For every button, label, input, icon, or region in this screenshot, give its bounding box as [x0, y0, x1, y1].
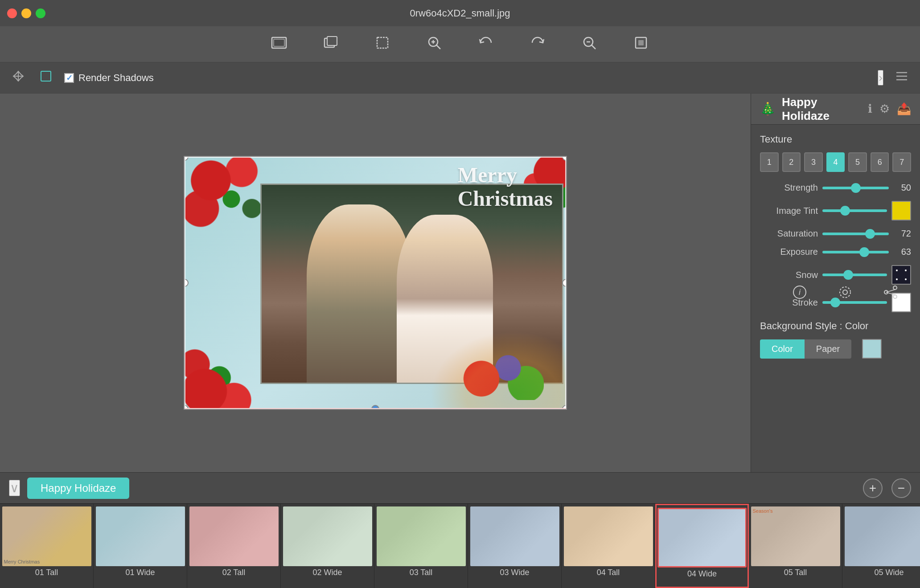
info-panel-icon[interactable]: ℹ	[868, 102, 872, 116]
thumb-02-tall[interactable]: 02 Tall	[187, 504, 281, 588]
bg-swatch[interactable]	[862, 339, 882, 359]
content-area: MerryChristmas 🎄 Happy Holidaze ℹ ⚙	[0, 94, 920, 472]
snow-label: Snow	[760, 270, 818, 280]
saturation-value: 72	[893, 229, 911, 239]
zoom-in-button[interactable]	[422, 30, 447, 59]
strength-value: 50	[893, 183, 911, 193]
image-tint-slider[interactable]	[822, 209, 887, 212]
texture-btn-6[interactable]: 6	[871, 152, 889, 172]
exposure-value: 63	[893, 247, 911, 257]
strength-slider[interactable]	[822, 187, 889, 189]
remove-template-button[interactable]: −	[891, 478, 911, 498]
canvas-wrapper: MerryChristmas	[184, 156, 567, 410]
window-title: 0rw6o4cXD2_small.jpg	[410, 8, 510, 19]
minimize-button[interactable]	[21, 8, 31, 18]
settings-panel-icon[interactable]: ⚙	[879, 102, 890, 116]
exposure-label: Exposure	[760, 247, 818, 257]
share-panel-icon[interactable]: 📤	[897, 102, 911, 116]
panel-list-toggle[interactable]	[892, 67, 911, 88]
sled-area	[430, 331, 567, 410]
handle-rm[interactable]	[562, 279, 567, 287]
fit-button[interactable]	[628, 30, 653, 59]
move-tool-button[interactable]	[9, 67, 28, 89]
main-toolbar: i	[0, 27, 920, 62]
rotate-right-button[interactable]	[525, 30, 550, 59]
thumb-01-wide[interactable]: 01 Wide	[94, 504, 187, 588]
template-title-badge: Happy Holidaze	[27, 478, 129, 499]
select-tool-button[interactable]	[37, 67, 55, 89]
exposure-slider[interactable]	[822, 251, 889, 253]
handle-bm[interactable]	[371, 405, 379, 410]
image-tint-swatch[interactable]	[891, 201, 911, 220]
crop-button[interactable]	[370, 30, 395, 59]
svg-line-11	[591, 45, 596, 49]
canvas-image[interactable]: MerryChristmas	[184, 156, 567, 410]
texture-btn-7[interactable]: 7	[892, 152, 911, 172]
background-style-section: Background Style : Color Color Paper	[760, 320, 911, 359]
image-tint-label: Image Tint	[760, 206, 818, 216]
svg-rect-3	[327, 37, 337, 45]
bg-color-button[interactable]: Color	[760, 339, 805, 359]
thumb-02-wide[interactable]: 02 Wide	[281, 504, 374, 588]
thumb-04-tall-label: 04 Tall	[597, 568, 620, 577]
svg-point-18	[893, 286, 897, 290]
thumb-01-wide-label: 01 Wide	[125, 568, 155, 577]
thumb-04-tall[interactable]: 04 Tall	[562, 504, 655, 588]
thumb-05-tall[interactable]: Season's 05 Tall	[749, 504, 842, 588]
stroke-slider[interactable]	[822, 301, 887, 304]
render-shadows-toggle[interactable]: ✓ Render Shadows	[64, 72, 154, 84]
strip-chevron-button[interactable]: ∨	[9, 480, 20, 496]
texture-buttons: 1 2 3 4 5 6 7	[760, 152, 911, 172]
thumb-03-tall[interactable]: 03 Tall	[374, 504, 468, 588]
texture-btn-4[interactable]: 4	[826, 152, 845, 172]
thumb-05-wide-label: 05 Wide	[874, 568, 904, 577]
svg-point-16	[843, 290, 847, 294]
panel-header-icon: 🎄	[760, 102, 776, 116]
saturation-thumb[interactable]	[865, 229, 875, 239]
saturation-label: Saturation	[760, 229, 818, 239]
close-button[interactable]	[7, 8, 17, 18]
texture-btn-3[interactable]: 3	[804, 152, 823, 172]
thumb-03-wide[interactable]: 03 Wide	[468, 504, 562, 588]
canvas-area: MerryChristmas	[0, 94, 751, 472]
thumb-01-tall[interactable]: Merry Christmas 01 Tall	[0, 504, 94, 588]
merry-christmas-text: MerryChristmas	[458, 163, 553, 211]
svg-point-20	[893, 295, 897, 298]
strength-thumb[interactable]	[851, 183, 861, 193]
svg-point-19	[884, 290, 888, 294]
open-file-button[interactable]	[267, 30, 292, 59]
saturation-slider[interactable]	[822, 233, 889, 235]
svg-rect-23	[41, 71, 51, 81]
handle-br[interactable]	[562, 405, 567, 410]
info-button[interactable]: i	[788, 281, 811, 307]
snow-slider[interactable]	[822, 274, 887, 276]
snow-thumb[interactable]	[843, 270, 853, 280]
render-shadows-checkbox[interactable]: ✓	[64, 73, 74, 83]
texture-section: Texture 1 2 3 4 5 6 7	[760, 134, 911, 172]
texture-label: Texture	[760, 134, 911, 145]
secondary-toolbar: ✓ Render Shadows ›	[0, 62, 920, 94]
rotate-left-button[interactable]	[473, 30, 498, 59]
stroke-thumb[interactable]	[830, 298, 840, 307]
zoom-out-button[interactable]	[577, 30, 602, 59]
exposure-thumb[interactable]	[859, 247, 869, 257]
add-template-button[interactable]: +	[863, 478, 883, 498]
panel-title: Happy Holidaze	[782, 95, 862, 123]
bg-style-label: Background Style : Color	[760, 320, 911, 332]
thumbnail-row: Merry Christmas 01 Tall 01 Wide 02 Tall …	[0, 503, 920, 588]
thumb-03-wide-label: 03 Wide	[500, 568, 529, 577]
bg-paper-button[interactable]: Paper	[805, 339, 851, 359]
thumb-04-wide[interactable]: 04 Wide	[655, 504, 749, 588]
texture-btn-2[interactable]: 2	[782, 152, 801, 172]
texture-btn-5[interactable]: 5	[848, 152, 867, 172]
svg-point-17	[840, 287, 850, 298]
titlebar: 0rw6o4cXD2_small.jpg	[0, 0, 920, 27]
thumb-02-wide-label: 02 Wide	[312, 568, 342, 577]
maximize-button[interactable]	[36, 8, 45, 18]
thumb-05-wide[interactable]: 05 Wide	[842, 504, 920, 588]
batch-button[interactable]	[318, 30, 343, 59]
texture-btn-1[interactable]: 1	[760, 152, 779, 172]
expand-button[interactable]: ›	[878, 70, 883, 86]
image-tint-thumb[interactable]	[840, 206, 850, 216]
thumb-02-tall-label: 02 Tall	[222, 568, 246, 577]
